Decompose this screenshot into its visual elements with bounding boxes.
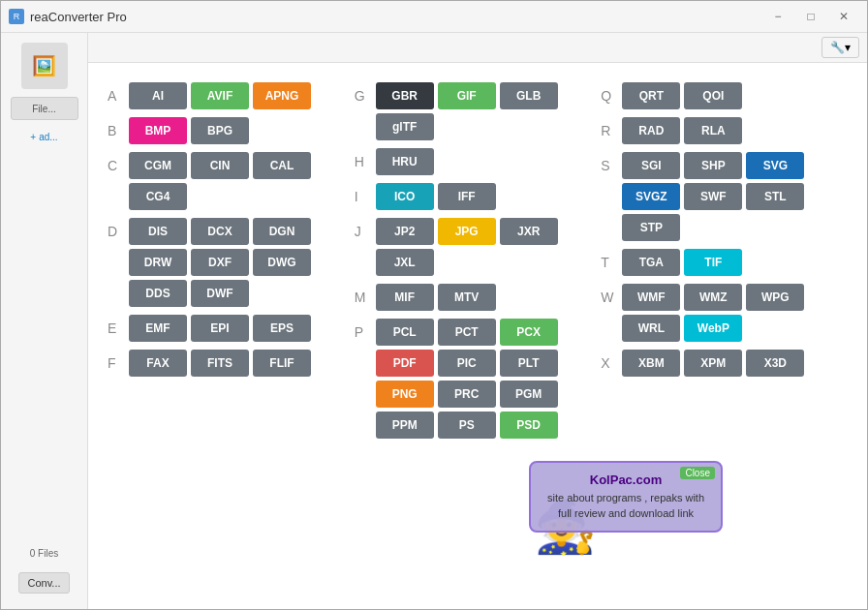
- fmt-gif[interactable]: GIF: [438, 82, 496, 109]
- fmt-stp[interactable]: STP: [622, 214, 680, 241]
- fmt-glb[interactable]: GLB: [500, 82, 558, 109]
- fmt-stl[interactable]: STL: [746, 183, 804, 210]
- fmt-epi[interactable]: EPI: [191, 315, 249, 342]
- h-formats: HRU: [376, 148, 434, 175]
- c-formats: CGM CIN CAL CG4: [129, 152, 355, 210]
- m-formats: MIF MTV: [376, 284, 496, 311]
- main-content: 🔧▾ A AI AVIF APN: [88, 33, 867, 609]
- fmt-rad[interactable]: RAD: [622, 117, 680, 144]
- section-b: B BMP BPG: [108, 117, 355, 144]
- maximize-button[interactable]: □: [795, 7, 826, 26]
- q-formats: QRT QOI: [622, 82, 742, 109]
- fmt-svg[interactable]: SVG: [746, 152, 804, 179]
- fmt-prc[interactable]: PRC: [438, 381, 496, 408]
- fmt-gltf[interactable]: glTF: [376, 113, 434, 140]
- letter-m: M: [355, 284, 372, 305]
- section-p: P PCL PCT PCX PDF PIC PLT PNG PRC: [355, 319, 602, 439]
- fmt-pcl[interactable]: PCL: [376, 319, 434, 346]
- fmt-flif[interactable]: FLIF: [253, 350, 311, 377]
- fmt-pct[interactable]: PCT: [438, 319, 496, 346]
- fmt-png[interactable]: PNG: [376, 381, 434, 408]
- section-m: M MIF MTV: [355, 284, 602, 311]
- fmt-jp2[interactable]: JP2: [376, 218, 434, 245]
- fmt-eps[interactable]: EPS: [253, 315, 311, 342]
- fmt-svgz[interactable]: SVGZ: [622, 183, 680, 210]
- fmt-dwf[interactable]: DWF: [191, 280, 249, 307]
- fmt-iff[interactable]: IFF: [438, 183, 496, 210]
- fmt-jxl[interactable]: JXL: [376, 249, 434, 276]
- fmt-swf[interactable]: SWF: [684, 183, 742, 210]
- fmt-plt[interactable]: PLT: [500, 350, 558, 377]
- minimize-button[interactable]: −: [762, 7, 793, 26]
- fmt-dds[interactable]: DDS: [129, 280, 187, 307]
- file-button[interactable]: File...: [11, 97, 78, 120]
- fmt-pic[interactable]: PIC: [438, 350, 496, 377]
- fmt-bpg[interactable]: BPG: [191, 117, 249, 144]
- fmt-gbr[interactable]: GBR: [376, 82, 434, 109]
- letter-s: S: [601, 152, 618, 173]
- fmt-ppm[interactable]: PPM: [376, 412, 434, 439]
- fmt-avif[interactable]: AVIF: [191, 82, 249, 109]
- fmt-webp[interactable]: WebP: [684, 315, 742, 342]
- fmt-dxf[interactable]: DXF: [191, 249, 249, 276]
- fmt-ai[interactable]: AI: [129, 82, 187, 109]
- fmt-dwg[interactable]: DWG: [253, 249, 311, 276]
- fmt-mtv[interactable]: MTV: [438, 284, 496, 311]
- fmt-pdf[interactable]: PDF: [376, 350, 434, 377]
- section-e: E EMF EPI EPS: [108, 315, 355, 342]
- fmt-wrl[interactable]: WRL: [622, 315, 680, 342]
- fmt-apng[interactable]: APNG: [253, 82, 311, 109]
- fmt-tif[interactable]: TIF: [684, 249, 742, 276]
- fmt-hru[interactable]: HRU: [376, 148, 434, 175]
- fmt-cg4[interactable]: CG4: [129, 183, 187, 210]
- fmt-dcx[interactable]: DCX: [191, 218, 249, 245]
- fmt-pgm[interactable]: PGM: [500, 381, 558, 408]
- fmt-wmf[interactable]: WMF: [622, 284, 680, 311]
- letter-c: C: [108, 152, 125, 173]
- fmt-ps[interactable]: PS: [438, 412, 496, 439]
- fmt-xpm[interactable]: XPM: [684, 350, 742, 377]
- section-j: J JP2 JPG JXR JXL: [355, 218, 602, 276]
- fmt-fax[interactable]: FAX: [129, 350, 187, 377]
- fmt-jpg[interactable]: JPG: [438, 218, 496, 245]
- close-button[interactable]: ✕: [828, 7, 859, 26]
- app-logo: 🖼️: [21, 43, 68, 89]
- fmt-cin[interactable]: CIN: [191, 152, 249, 179]
- fmt-psd[interactable]: PSD: [500, 412, 558, 439]
- overlay-close-button[interactable]: Close: [680, 467, 715, 479]
- fmt-dgn[interactable]: DGN: [253, 218, 311, 245]
- window-controls: − □ ✕: [762, 7, 859, 26]
- fmt-x3d[interactable]: X3D: [746, 350, 804, 377]
- fmt-ico[interactable]: ICO: [376, 183, 434, 210]
- fmt-dis[interactable]: DIS: [129, 218, 187, 245]
- settings-button[interactable]: 🔧▾: [822, 37, 859, 58]
- convert-button[interactable]: Conv...: [18, 572, 69, 594]
- d-formats: DIS DCX DGN DRW DXF DWG DDS DWF: [129, 218, 355, 307]
- fmt-pcx[interactable]: PCX: [500, 319, 558, 346]
- x-formats: XBM XPM X3D: [622, 350, 804, 377]
- section-c: C CGM CIN CAL CG4: [108, 152, 355, 210]
- fmt-bmp[interactable]: BMP: [129, 117, 187, 144]
- fmt-mif[interactable]: MIF: [376, 284, 434, 311]
- b-formats: BMP BPG: [129, 117, 249, 144]
- fmt-wpg[interactable]: WPG: [746, 284, 804, 311]
- fmt-fits[interactable]: FITS: [191, 350, 249, 377]
- fmt-xbm[interactable]: XBM: [622, 350, 680, 377]
- fmt-shp[interactable]: SHP: [684, 152, 742, 179]
- section-h: H HRU: [355, 148, 602, 175]
- fmt-emf[interactable]: EMF: [129, 315, 187, 342]
- fmt-jxr[interactable]: JXR: [500, 218, 558, 245]
- fmt-qoi[interactable]: QOI: [684, 82, 742, 109]
- letter-t: T: [601, 249, 618, 270]
- fmt-cal[interactable]: CAL: [253, 152, 311, 179]
- fmt-rla[interactable]: RLA: [684, 117, 742, 144]
- fmt-sgi[interactable]: SGI: [622, 152, 680, 179]
- column-af: A AI AVIF APNG B: [108, 82, 355, 444]
- fmt-qrt[interactable]: QRT: [622, 82, 680, 109]
- fmt-wmz[interactable]: WMZ: [684, 284, 742, 311]
- letter-a: A: [108, 82, 125, 104]
- fmt-cgm[interactable]: CGM: [129, 152, 187, 179]
- fmt-tga[interactable]: TGA: [622, 249, 680, 276]
- add-button[interactable]: + ad...: [30, 132, 57, 142]
- fmt-drw[interactable]: DRW: [129, 249, 187, 276]
